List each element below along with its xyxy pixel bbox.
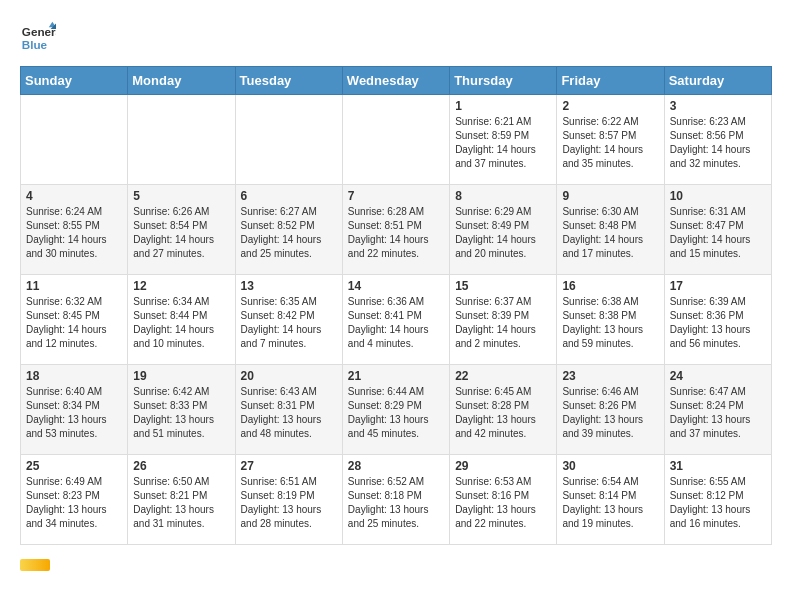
day-number: 15 bbox=[455, 279, 551, 293]
col-header-saturday: Saturday bbox=[664, 67, 771, 95]
day-info: Sunrise: 6:32 AM Sunset: 8:45 PM Dayligh… bbox=[26, 295, 122, 351]
calendar-week-row: 4Sunrise: 6:24 AM Sunset: 8:55 PM Daylig… bbox=[21, 185, 772, 275]
day-info: Sunrise: 6:36 AM Sunset: 8:41 PM Dayligh… bbox=[348, 295, 444, 351]
day-number: 13 bbox=[241, 279, 337, 293]
calendar-cell bbox=[128, 95, 235, 185]
day-info: Sunrise: 6:37 AM Sunset: 8:39 PM Dayligh… bbox=[455, 295, 551, 351]
day-number: 9 bbox=[562, 189, 658, 203]
day-info: Sunrise: 6:55 AM Sunset: 8:12 PM Dayligh… bbox=[670, 475, 766, 531]
day-info: Sunrise: 6:46 AM Sunset: 8:26 PM Dayligh… bbox=[562, 385, 658, 441]
day-info: Sunrise: 6:40 AM Sunset: 8:34 PM Dayligh… bbox=[26, 385, 122, 441]
calendar-cell bbox=[235, 95, 342, 185]
day-info: Sunrise: 6:21 AM Sunset: 8:59 PM Dayligh… bbox=[455, 115, 551, 171]
day-info: Sunrise: 6:45 AM Sunset: 8:28 PM Dayligh… bbox=[455, 385, 551, 441]
calendar-week-row: 11Sunrise: 6:32 AM Sunset: 8:45 PM Dayli… bbox=[21, 275, 772, 365]
day-info: Sunrise: 6:24 AM Sunset: 8:55 PM Dayligh… bbox=[26, 205, 122, 261]
logo: General Blue bbox=[20, 20, 56, 56]
day-number: 19 bbox=[133, 369, 229, 383]
col-header-tuesday: Tuesday bbox=[235, 67, 342, 95]
calendar-week-row: 1Sunrise: 6:21 AM Sunset: 8:59 PM Daylig… bbox=[21, 95, 772, 185]
calendar-cell: 7Sunrise: 6:28 AM Sunset: 8:51 PM Daylig… bbox=[342, 185, 449, 275]
day-info: Sunrise: 6:22 AM Sunset: 8:57 PM Dayligh… bbox=[562, 115, 658, 171]
day-info: Sunrise: 6:43 AM Sunset: 8:31 PM Dayligh… bbox=[241, 385, 337, 441]
day-number: 31 bbox=[670, 459, 766, 473]
day-number: 17 bbox=[670, 279, 766, 293]
calendar-cell: 10Sunrise: 6:31 AM Sunset: 8:47 PM Dayli… bbox=[664, 185, 771, 275]
day-info: Sunrise: 6:28 AM Sunset: 8:51 PM Dayligh… bbox=[348, 205, 444, 261]
calendar-cell: 28Sunrise: 6:52 AM Sunset: 8:18 PM Dayli… bbox=[342, 455, 449, 545]
day-number: 14 bbox=[348, 279, 444, 293]
calendar-cell: 29Sunrise: 6:53 AM Sunset: 8:16 PM Dayli… bbox=[450, 455, 557, 545]
calendar-cell: 2Sunrise: 6:22 AM Sunset: 8:57 PM Daylig… bbox=[557, 95, 664, 185]
day-number: 12 bbox=[133, 279, 229, 293]
col-header-monday: Monday bbox=[128, 67, 235, 95]
day-info: Sunrise: 6:23 AM Sunset: 8:56 PM Dayligh… bbox=[670, 115, 766, 171]
day-info: Sunrise: 6:54 AM Sunset: 8:14 PM Dayligh… bbox=[562, 475, 658, 531]
calendar-cell: 3Sunrise: 6:23 AM Sunset: 8:56 PM Daylig… bbox=[664, 95, 771, 185]
day-info: Sunrise: 6:52 AM Sunset: 8:18 PM Dayligh… bbox=[348, 475, 444, 531]
day-number: 6 bbox=[241, 189, 337, 203]
calendar-table: SundayMondayTuesdayWednesdayThursdayFrid… bbox=[20, 66, 772, 545]
calendar-cell: 27Sunrise: 6:51 AM Sunset: 8:19 PM Dayli… bbox=[235, 455, 342, 545]
calendar-cell: 25Sunrise: 6:49 AM Sunset: 8:23 PM Dayli… bbox=[21, 455, 128, 545]
day-info: Sunrise: 6:39 AM Sunset: 8:36 PM Dayligh… bbox=[670, 295, 766, 351]
day-info: Sunrise: 6:27 AM Sunset: 8:52 PM Dayligh… bbox=[241, 205, 337, 261]
day-info: Sunrise: 6:50 AM Sunset: 8:21 PM Dayligh… bbox=[133, 475, 229, 531]
day-number: 26 bbox=[133, 459, 229, 473]
day-number: 25 bbox=[26, 459, 122, 473]
day-number: 30 bbox=[562, 459, 658, 473]
day-number: 5 bbox=[133, 189, 229, 203]
daylight-note bbox=[20, 559, 772, 571]
calendar-cell bbox=[342, 95, 449, 185]
day-number: 27 bbox=[241, 459, 337, 473]
day-info: Sunrise: 6:30 AM Sunset: 8:48 PM Dayligh… bbox=[562, 205, 658, 261]
col-header-friday: Friday bbox=[557, 67, 664, 95]
calendar-cell: 24Sunrise: 6:47 AM Sunset: 8:24 PM Dayli… bbox=[664, 365, 771, 455]
day-number: 8 bbox=[455, 189, 551, 203]
calendar-cell: 14Sunrise: 6:36 AM Sunset: 8:41 PM Dayli… bbox=[342, 275, 449, 365]
calendar-cell: 17Sunrise: 6:39 AM Sunset: 8:36 PM Dayli… bbox=[664, 275, 771, 365]
calendar-cell: 5Sunrise: 6:26 AM Sunset: 8:54 PM Daylig… bbox=[128, 185, 235, 275]
calendar-cell: 13Sunrise: 6:35 AM Sunset: 8:42 PM Dayli… bbox=[235, 275, 342, 365]
daylight-bar-icon bbox=[20, 559, 50, 571]
day-info: Sunrise: 6:34 AM Sunset: 8:44 PM Dayligh… bbox=[133, 295, 229, 351]
calendar-cell: 16Sunrise: 6:38 AM Sunset: 8:38 PM Dayli… bbox=[557, 275, 664, 365]
day-number: 29 bbox=[455, 459, 551, 473]
calendar-week-row: 25Sunrise: 6:49 AM Sunset: 8:23 PM Dayli… bbox=[21, 455, 772, 545]
calendar-cell bbox=[21, 95, 128, 185]
day-info: Sunrise: 6:29 AM Sunset: 8:49 PM Dayligh… bbox=[455, 205, 551, 261]
day-number: 11 bbox=[26, 279, 122, 293]
day-number: 23 bbox=[562, 369, 658, 383]
day-info: Sunrise: 6:44 AM Sunset: 8:29 PM Dayligh… bbox=[348, 385, 444, 441]
calendar-cell: 12Sunrise: 6:34 AM Sunset: 8:44 PM Dayli… bbox=[128, 275, 235, 365]
calendar-cell: 6Sunrise: 6:27 AM Sunset: 8:52 PM Daylig… bbox=[235, 185, 342, 275]
calendar-cell: 30Sunrise: 6:54 AM Sunset: 8:14 PM Dayli… bbox=[557, 455, 664, 545]
day-number: 2 bbox=[562, 99, 658, 113]
day-number: 4 bbox=[26, 189, 122, 203]
day-number: 10 bbox=[670, 189, 766, 203]
col-header-thursday: Thursday bbox=[450, 67, 557, 95]
calendar-cell: 18Sunrise: 6:40 AM Sunset: 8:34 PM Dayli… bbox=[21, 365, 128, 455]
calendar-header-row: SundayMondayTuesdayWednesdayThursdayFrid… bbox=[21, 67, 772, 95]
calendar-cell: 15Sunrise: 6:37 AM Sunset: 8:39 PM Dayli… bbox=[450, 275, 557, 365]
day-number: 24 bbox=[670, 369, 766, 383]
col-header-sunday: Sunday bbox=[21, 67, 128, 95]
calendar-cell: 23Sunrise: 6:46 AM Sunset: 8:26 PM Dayli… bbox=[557, 365, 664, 455]
calendar-cell: 31Sunrise: 6:55 AM Sunset: 8:12 PM Dayli… bbox=[664, 455, 771, 545]
calendar-cell: 4Sunrise: 6:24 AM Sunset: 8:55 PM Daylig… bbox=[21, 185, 128, 275]
day-info: Sunrise: 6:35 AM Sunset: 8:42 PM Dayligh… bbox=[241, 295, 337, 351]
day-info: Sunrise: 6:51 AM Sunset: 8:19 PM Dayligh… bbox=[241, 475, 337, 531]
calendar-cell: 11Sunrise: 6:32 AM Sunset: 8:45 PM Dayli… bbox=[21, 275, 128, 365]
day-info: Sunrise: 6:38 AM Sunset: 8:38 PM Dayligh… bbox=[562, 295, 658, 351]
header: General Blue bbox=[20, 20, 772, 56]
calendar-cell: 20Sunrise: 6:43 AM Sunset: 8:31 PM Dayli… bbox=[235, 365, 342, 455]
day-info: Sunrise: 6:31 AM Sunset: 8:47 PM Dayligh… bbox=[670, 205, 766, 261]
col-header-wednesday: Wednesday bbox=[342, 67, 449, 95]
day-info: Sunrise: 6:42 AM Sunset: 8:33 PM Dayligh… bbox=[133, 385, 229, 441]
day-number: 28 bbox=[348, 459, 444, 473]
day-info: Sunrise: 6:47 AM Sunset: 8:24 PM Dayligh… bbox=[670, 385, 766, 441]
calendar-cell: 26Sunrise: 6:50 AM Sunset: 8:21 PM Dayli… bbox=[128, 455, 235, 545]
calendar-cell: 22Sunrise: 6:45 AM Sunset: 8:28 PM Dayli… bbox=[450, 365, 557, 455]
logo-icon: General Blue bbox=[20, 20, 56, 56]
calendar-cell: 21Sunrise: 6:44 AM Sunset: 8:29 PM Dayli… bbox=[342, 365, 449, 455]
